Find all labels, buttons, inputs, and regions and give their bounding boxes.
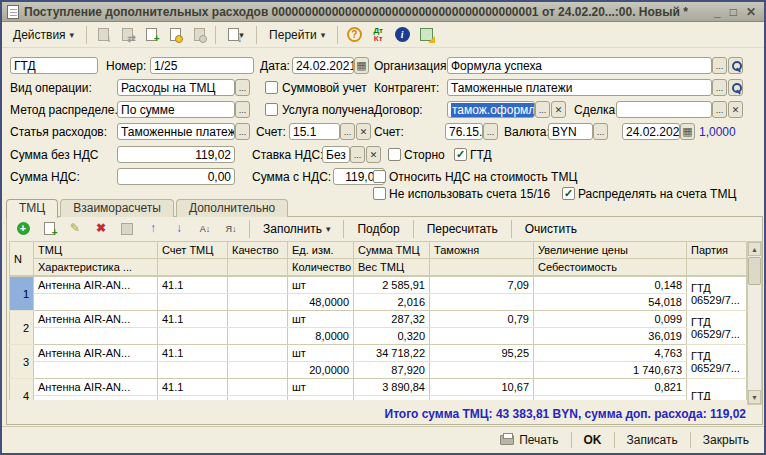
vat-rate-clear-icon[interactable]: ✕ [366,146,381,163]
expense-item-field[interactable]: Таможенные платежи [117,123,235,140]
sum-cell[interactable]: 2 585,91 [354,277,430,294]
row-number-cell[interactable]: 1 [10,277,34,311]
table-row-subline[interactable]: 20,0000 87,920 1 740,673 [10,362,747,379]
account15-clear-icon[interactable]: ✕ [356,123,371,140]
sum-cell[interactable]: 3 890,84 [354,379,430,396]
vertical-scrollbar[interactable]: ▲ ▼ [747,241,762,405]
weight-cell[interactable]: 2,016 [354,294,430,311]
doc-type-field[interactable]: ГТД [10,57,98,74]
date-field[interactable]: 24.02.2021 [292,57,354,74]
cell-empty[interactable] [228,362,288,379]
operation-select-button[interactable]: ... [235,79,250,96]
organization-select-button[interactable]: ... [712,57,727,74]
col-header-batch[interactable]: Партия [687,242,747,259]
weight-cell[interactable]: 87,920 [354,362,430,379]
cost-cell[interactable]: 36,019 [534,328,687,345]
unit-cell[interactable]: шт [288,277,354,294]
contract-field[interactable]: тамож.оформле [447,101,535,118]
sort-asc-icon[interactable]: А↓ [194,219,216,239]
table-row-subline[interactable]: 48,0000 2,016 54,018 [10,294,747,311]
distribute-checkbox[interactable]: ✓ [562,187,575,200]
maximize-button[interactable]: □ [730,5,737,19]
characteristic-cell[interactable] [34,396,158,401]
expense-select-button[interactable]: ... [235,123,250,140]
account15-field[interactable]: 15.1 [289,123,340,140]
info-icon[interactable]: i [391,25,413,45]
save-button[interactable]: Записать [620,431,685,449]
table-row[interactable]: 1 Антенна AIR-AN... 41.1 шт 2 585,91 7,0… [10,277,747,294]
cell-empty[interactable] [430,294,534,311]
account76-field[interactable]: 76.15.1 [445,123,483,140]
move-up-icon[interactable]: ↑ [142,219,164,239]
contractor-search-icon[interactable] [728,79,743,96]
contractor-select-button[interactable]: ... [712,79,727,96]
contract-clear-icon[interactable]: ✕ [551,101,566,118]
cost-cell[interactable] [534,396,687,401]
register-records-icon[interactable] [415,25,437,45]
tab-mutual[interactable]: Взаиморасчеты [60,199,174,217]
quality-cell[interactable] [228,379,288,396]
col-header-customs[interactable]: Таможня [430,242,534,259]
deal-select-button[interactable]: ... [712,101,727,118]
tmc-cell[interactable]: Антенна AIR-AN... [34,277,158,294]
refresh-icon[interactable]: ⇄ [116,25,138,45]
pick-button[interactable]: Подбор [351,220,405,238]
scrollbar-thumb[interactable] [748,257,761,285]
col-header-weight[interactable]: Вес ТМЦ [354,259,430,276]
tmc-cell[interactable]: Антенна AIR-AN... [34,345,158,362]
account-cell[interactable]: 41.1 [158,345,228,362]
vat-rate-select-button[interactable]: ... [350,146,365,163]
weight-cell[interactable] [354,396,430,401]
batch-cell[interactable]: ГТД [687,379,747,401]
col-header-quality[interactable]: Качество [228,242,288,259]
cell-empty[interactable] [158,396,228,401]
quantity-cell[interactable]: 48,0000 [288,294,354,311]
row-number-cell[interactable]: 3 [10,345,34,379]
rate-date-field[interactable]: 24.02.2021 [622,123,680,140]
organization-search-icon[interactable] [728,57,743,74]
organization-field[interactable]: Формула успеха [447,57,712,74]
goto-button[interactable]: Перейти ▾ [262,25,332,45]
move-down-icon[interactable]: ↓ [168,219,190,239]
account76-select-button[interactable]: ... [483,123,498,140]
dtkt-icon[interactable]: ДтКт [367,25,389,45]
contract-select-button[interactable]: ... [535,101,550,118]
col-header-cost[interactable]: Себестоимость [534,259,687,276]
contractor-field[interactable]: Таможенные платежи [447,79,712,96]
tab-tmc[interactable]: ТМЦ [6,199,58,218]
tab-additional[interactable]: Дополнительно [176,199,288,217]
col-header-sum[interactable]: Сумма ТМЦ [354,242,430,259]
close-form-button[interactable]: Закрыть [696,431,756,449]
sum-accounting-checkbox[interactable] [265,81,278,94]
vat-rate-field[interactable]: Без НДС [322,146,350,163]
cell-empty[interactable] [228,294,288,311]
ok-button[interactable]: OK [577,431,609,449]
unpost-document-icon[interactable] [188,25,210,45]
col-header-increase[interactable]: Увеличение цены [534,242,687,259]
copy-icon[interactable]: + [140,25,162,45]
batch-cell[interactable]: ГТД06529/7... [687,277,747,311]
account-cell[interactable]: 41.1 [158,311,228,328]
quality-cell[interactable] [228,311,288,328]
cost-cell[interactable]: 1 740,673 [534,362,687,379]
scroll-up-icon[interactable]: ▲ [748,242,761,256]
post-document-icon[interactable] [164,25,186,45]
customs-cell[interactable]: 0,79 [430,311,534,328]
vat-to-cost-checkbox[interactable] [373,170,386,183]
quality-cell[interactable] [228,345,288,362]
end-edit-icon[interactable] [116,219,138,239]
rate-calendar-icon[interactable]: ▦ [680,123,695,140]
cell-empty[interactable] [430,396,534,401]
help-icon[interactable]: ? [343,25,365,45]
cell-empty[interactable] [430,362,534,379]
output-list-icon[interactable]: ↓ ▾ [221,25,251,45]
col-header-unit[interactable]: Ед. изм. [288,242,354,259]
quantity-cell[interactable] [288,396,354,401]
table-row[interactable]: 4 Антенна AIR-AN... 41.1 шт 3 890,84 10,… [10,379,747,396]
customs-cell[interactable]: 95,25 [430,345,534,362]
number-field[interactable]: 1/25 [150,57,254,74]
quality-cell[interactable] [228,277,288,294]
table-row[interactable]: 3 Антенна AIR-AN... 41.1 шт 34 718,22 95… [10,345,747,362]
storno-checkbox[interactable] [388,148,401,161]
delete-row-icon[interactable]: ✖ [90,219,112,239]
